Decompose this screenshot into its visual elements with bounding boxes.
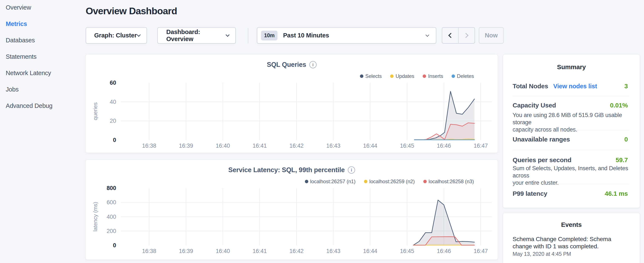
svg-text:16:46: 16:46: [437, 248, 451, 254]
time-range-picker[interactable]: 10m Past 10 Minutes: [257, 27, 436, 44]
chevron-right-icon: [463, 33, 468, 38]
stat-value: 46.1 ms: [605, 190, 628, 197]
legend-item[interactable]: localhost:26259 (n2): [364, 178, 414, 184]
p99-latency-row: P99 latency 46.1 ms: [512, 190, 628, 197]
sidebar-item-advanced-debug[interactable]: Advanced Debug: [6, 103, 52, 109]
legend-item[interactable]: localhost:26258 (n3): [423, 178, 474, 184]
legend-dot-icon: [452, 75, 455, 78]
legend-label: Deletes: [457, 73, 474, 79]
sql-queries-plot[interactable]: 020406016:3816:3916:4016:4116:4216:4316:…: [94, 80, 494, 152]
svg-text:16:38: 16:38: [142, 248, 156, 254]
chevron-down-icon: [426, 33, 429, 37]
chart-legend: localhost:26257 (n1)localhost:26259 (n2)…: [305, 178, 474, 184]
svg-text:16:42: 16:42: [289, 248, 304, 254]
chart-title: SQL Queries: [267, 61, 306, 69]
dashboard-select[interactable]: Dashboard: Overview: [157, 27, 236, 44]
svg-text:0: 0: [113, 242, 116, 248]
stat-label: Unavailable ranges: [512, 136, 570, 143]
toolbar-divider: [248, 28, 248, 43]
legend-dot-icon: [390, 75, 394, 78]
queries-per-second-row: Queries per second 59.7: [512, 156, 628, 164]
legend-item[interactable]: Selects: [360, 73, 382, 79]
sql-queries-chart-card: SQL Queries i SelectsUpdatesInsertsDelet…: [86, 54, 498, 153]
chart-title: Service Latency: SQL, 99th percentile: [228, 166, 345, 174]
chevron-down-icon: [137, 33, 140, 37]
sidebar-item-metrics[interactable]: Metrics: [6, 21, 27, 27]
svg-text:600: 600: [107, 199, 116, 205]
svg-text:16:43: 16:43: [326, 248, 340, 254]
legend-item[interactable]: Deletes: [452, 73, 474, 79]
svg-text:16:43: 16:43: [326, 143, 340, 149]
stat-value: 3: [624, 83, 628, 90]
svg-text:200: 200: [107, 228, 116, 234]
summary-panel: Summary Total Nodes View nodes list 3 Ca…: [503, 54, 640, 208]
capacity-used-row: Capacity Used 0.01%: [512, 102, 628, 109]
legend-item[interactable]: Updates: [390, 73, 414, 79]
events-title: Events: [503, 221, 640, 228]
sidebar-item-statements[interactable]: Statements: [6, 53, 36, 60]
events-panel: Events Schema Change Completed: Schema c…: [503, 213, 640, 263]
sidebar-item-network-latency[interactable]: Network Latency: [6, 70, 51, 76]
legend-item[interactable]: Inserts: [423, 73, 443, 79]
svg-text:16:45: 16:45: [400, 143, 414, 149]
graph-select[interactable]: Graph: Cluster: [86, 27, 147, 44]
now-button[interactable]: Now: [479, 27, 504, 44]
time-range-label: Past 10 Minutes: [283, 32, 329, 39]
next-time-button[interactable]: [458, 28, 474, 43]
total-nodes-row: Total Nodes View nodes list 3: [512, 83, 628, 90]
svg-text:16:44: 16:44: [363, 143, 378, 149]
stat-value: 0.01%: [610, 102, 628, 109]
legend-dot-icon: [423, 180, 427, 183]
legend-label: localhost:26257 (n1): [310, 178, 356, 184]
stat-value: 59.7: [616, 156, 628, 164]
time-step-buttons: [442, 27, 475, 44]
legend-label: localhost:26259 (n2): [369, 178, 414, 184]
svg-text:16:41: 16:41: [252, 143, 267, 149]
svg-text:60: 60: [110, 80, 116, 86]
divider: [512, 184, 629, 184]
chevron-left-icon: [448, 33, 453, 38]
svg-text:16:40: 16:40: [216, 248, 230, 254]
svg-text:40: 40: [110, 99, 116, 105]
stat-description: Sum of Selects, Updates, Inserts, and De…: [512, 165, 629, 186]
svg-text:16:38: 16:38: [142, 143, 156, 149]
graph-select-label: Graph: Cluster: [94, 32, 137, 39]
svg-text:800: 800: [107, 185, 116, 191]
legend-dot-icon: [305, 180, 308, 183]
legend-label: Updates: [396, 73, 414, 79]
legend-dot-icon: [360, 75, 363, 78]
svg-text:16:40: 16:40: [216, 143, 230, 149]
legend-item[interactable]: localhost:26257 (n1): [305, 178, 356, 184]
summary-title: Summary: [503, 63, 640, 71]
svg-text:16:39: 16:39: [179, 143, 193, 149]
svg-text:20: 20: [110, 118, 116, 124]
stat-label: Queries per second: [512, 156, 572, 164]
stat-label: Total Nodes: [512, 83, 548, 90]
svg-text:0: 0: [113, 137, 116, 143]
legend-label: localhost:26258 (n3): [428, 178, 474, 184]
event-text: Schema Change Completed: Schema change w…: [512, 235, 623, 250]
service-latency-plot[interactable]: 020040060080016:3816:3916:4016:4116:4216…: [94, 185, 494, 258]
info-icon[interactable]: i: [309, 61, 316, 68]
info-icon[interactable]: i: [348, 166, 355, 174]
stat-label: Capacity Used: [512, 102, 556, 109]
dashboard-select-label: Dashboard: Overview: [166, 29, 226, 43]
legend-label: Inserts: [428, 73, 443, 79]
svg-text:400: 400: [107, 214, 116, 220]
sidebar-item-databases[interactable]: Databases: [6, 37, 35, 43]
svg-text:16:42: 16:42: [289, 143, 304, 149]
svg-text:16:47: 16:47: [474, 248, 488, 254]
svg-text:16:46: 16:46: [437, 143, 451, 149]
view-nodes-link[interactable]: View nodes list: [553, 83, 597, 90]
stat-value: 0: [624, 136, 628, 143]
sidebar-item-jobs[interactable]: Jobs: [6, 86, 18, 93]
legend-dot-icon: [423, 75, 426, 78]
sidebar-item-overview[interactable]: Overview: [6, 4, 31, 11]
prev-time-button[interactable]: [442, 28, 458, 43]
svg-text:16:41: 16:41: [252, 248, 267, 254]
event-timestamp: May 13, 2020 at 4:45 PM: [512, 251, 571, 257]
stat-label: P99 latency: [512, 190, 547, 197]
svg-text:16:44: 16:44: [363, 248, 378, 254]
legend-label: Selects: [365, 73, 382, 79]
svg-text:16:39: 16:39: [179, 248, 193, 254]
